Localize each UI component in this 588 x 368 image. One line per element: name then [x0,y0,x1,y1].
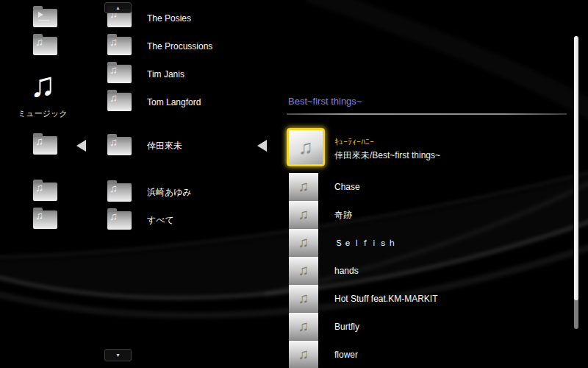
track-row[interactable]: ♫ 奇跡 [289,201,568,229]
artist-row[interactable]: ♫ 浜崎あゆみ [107,183,192,202]
separator-line [287,113,567,115]
music-note-icon: ♫ [110,210,118,223]
artist-row[interactable]: ♫ すべて [107,210,174,230]
music-note-icon: ♫ [110,182,118,195]
artist-label: Tom Langford [147,97,201,107]
music-note-icon: ♫ [298,346,309,363]
artist-label: すべて [147,214,174,227]
track-tile: ♫ [289,173,318,201]
music-note-icon: ♫ [35,135,43,148]
track-row[interactable]: ♫ Chase [289,173,568,201]
playlist-folder-icon[interactable] [33,9,57,27]
music-folder-icon: ♫ [107,137,132,155]
artist-label: Tim Janis [147,69,184,79]
track-tile: ♫ [289,201,318,229]
artist-row[interactable]: ♫ Tom Langford [107,92,201,112]
track-title: Ｓｅｌｆｉｓｈ [334,237,396,250]
artist-row-selected[interactable]: ♫ 倖田來未 [107,136,182,156]
music-note-icon: ♫ [35,181,43,194]
music-category-label: ミュージック [7,108,78,119]
music-folder-icon: ♫ [107,93,132,111]
music-note-icon: ♫ [110,63,118,77]
scrollbar[interactable] [574,36,578,329]
track-tile: ♫ [289,229,318,257]
selected-track-title: ｷｭｰﾃｨｰﾊﾆｰ [334,137,374,147]
track-tile: ♫ [289,341,318,368]
music-note-icon: ♫ [298,178,309,195]
artist-row[interactable]: ♫ Tim Janis [107,64,184,84]
track-tile: ♫ [289,313,318,341]
track-tile: ♫ [289,285,318,313]
track-title: hands [334,266,359,276]
music-folder-icon: ♫ [107,37,132,55]
music-folder-icon: ♫ [107,183,132,202]
artist-label: The Procussions [147,41,212,52]
scroll-down-button[interactable]: ▼ [104,349,132,361]
track-title: flower [334,350,358,360]
artist-row[interactable]: ♫ The Procussions [107,36,212,56]
music-note-icon: ♫ [298,318,309,335]
music-note-icon: ♫ [35,209,43,222]
track-row[interactable]: ♫ Ｓｅｌｆｉｓｈ [289,229,568,257]
up-arrow-icon: ▲ [115,5,121,10]
music-note-icon: ♫ [298,206,309,223]
artist-label: 倖田來未 [147,140,182,152]
track-tile: ♫ [289,257,318,285]
music-folder-icon[interactable]: ♫ [33,37,57,55]
scrollbar-thumb[interactable] [574,36,578,300]
music-folder-icon: ♫ [107,211,132,230]
music-note-icon: ♫ [110,91,118,105]
music-category-icon[interactable]: ♫ [23,65,62,105]
selected-track-subtitle: 倖田來未/Best~first things~ [334,149,440,162]
music-note-icon: ♫ [110,135,118,149]
selected-track-tile[interactable]: ♫ [287,128,325,166]
track-row[interactable]: ♫ Hot Stuff feat.KM-MARKIT [289,285,568,313]
music-note-icon: ♫ [298,136,313,159]
album-title: Best~first things~ [288,96,362,107]
music-folder-icon: ♫ [107,65,132,83]
scroll-up-button[interactable]: ▲ [104,2,132,13]
music-note-icon: ♫ [110,35,118,49]
artist-label: The Posies [147,13,191,24]
track-title: Burtfly [334,322,359,332]
music-note-icon: ♫ [35,35,43,49]
track-title: Hot Stuff feat.KM-MARKIT [334,294,437,304]
track-row[interactable]: ♫ flower [289,341,568,368]
track-title: Chase [334,182,360,192]
down-arrow-icon: ▼ [115,353,121,358]
selected-parent-folder-icon[interactable]: ♫ [33,136,57,155]
back-arrow-icon [76,140,86,152]
track-row[interactable]: ♫ Burtfly [289,313,568,341]
play-triangle-icon [38,12,43,18]
playlist-lines-icon [38,20,49,21]
artist-label: 浜崎あゆみ [147,186,192,199]
xmb-music-screen: ♫ ♫ ミュージック ♫ ♫ ♫ ▲ ♫ The Posies ♫ The Pr… [0,0,588,368]
track-row[interactable]: ♫ hands [289,257,568,285]
track-title: 奇跡 [334,209,352,222]
music-note-icon: ♫ [298,290,309,307]
music-folder-icon[interactable]: ♫ [33,210,57,229]
music-note-icon: ♫ [298,262,309,279]
music-folder-icon[interactable]: ♫ [33,183,57,201]
back-arrow-icon [257,140,267,152]
music-note-icon: ♫ [298,234,309,251]
